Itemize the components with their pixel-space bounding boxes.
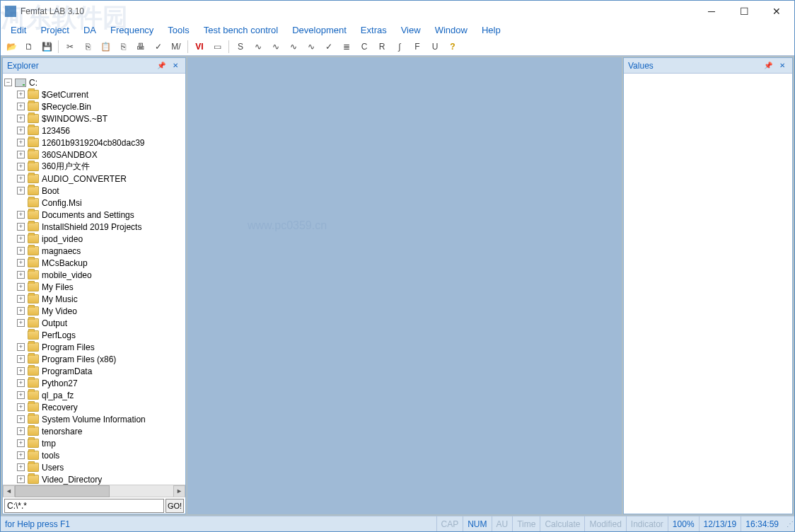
go-button[interactable]: GO! (166, 499, 184, 513)
tree-item[interactable]: +ipod_video (4, 233, 184, 245)
resize-grip-icon[interactable]: ⋰ (783, 519, 794, 529)
grid-icon[interactable]: ≣ (339, 39, 354, 54)
expand-icon[interactable]: + (17, 103, 25, 110)
expand-icon[interactable]: + (17, 91, 25, 98)
menu-extras[interactable]: Extras (354, 23, 394, 37)
expand-icon[interactable]: + (17, 151, 25, 158)
help-icon[interactable]: ? (445, 39, 460, 54)
tree-item[interactable]: +$WINDOWS.~BT (4, 112, 184, 125)
expand-icon[interactable]: + (17, 307, 25, 315)
expand-icon[interactable]: + (17, 259, 25, 267)
expand-icon[interactable]: + (17, 379, 25, 387)
tree-item[interactable]: +Users (4, 461, 184, 473)
print-icon[interactable]: 🖶 (133, 39, 149, 54)
tree-item[interactable]: +magnaecs (4, 245, 184, 257)
tree-item[interactable]: +Program Files (4, 341, 184, 353)
tree-root[interactable]: − C: (4, 76, 184, 88)
expand-icon[interactable]: + (17, 427, 25, 435)
tree-item[interactable]: +Python27 (4, 377, 184, 389)
panel-close-icon[interactable]: ✕ (170, 60, 181, 71)
collapse-icon[interactable]: − (4, 79, 12, 86)
marker-icon[interactable]: M/ (168, 39, 184, 54)
tree-item[interactable]: +Output (4, 317, 184, 329)
pin-icon[interactable]: 📌 (156, 60, 167, 71)
checkmark-icon[interactable]: ✓ (321, 39, 337, 54)
expand-icon[interactable]: + (17, 367, 25, 375)
expand-icon[interactable]: + (17, 451, 25, 459)
tree-item[interactable]: +MCsBackup (4, 257, 184, 269)
tree-item[interactable]: +ProgramData (4, 365, 184, 377)
scroll-track[interactable] (15, 485, 173, 497)
expand-icon[interactable]: + (17, 127, 25, 134)
cut-icon[interactable]: ✂ (62, 39, 78, 54)
f-button[interactable]: F (410, 39, 425, 54)
check-icon[interactable]: ✓ (151, 39, 166, 54)
save-icon[interactable]: 💾 (39, 39, 54, 54)
tree-item[interactable]: +InstallShield 2019 Projects (4, 221, 184, 233)
expand-icon[interactable]: + (17, 295, 25, 303)
scroll-thumb[interactable] (15, 485, 110, 497)
close-button[interactable]: ✕ (760, 1, 793, 22)
expand-icon[interactable]: + (17, 283, 25, 291)
explorer-tree[interactable]: − C: +$GetCurrent+$Recycle.Bin+$WINDOWS.… (3, 74, 185, 485)
tree-item[interactable]: +tools (4, 449, 184, 461)
tree-item[interactable]: +mobile_video (4, 269, 184, 281)
scroll-left-icon[interactable]: ◄ (3, 485, 15, 497)
tree-item[interactable]: +My Music (4, 293, 184, 305)
wave3-icon[interactable]: ∿ (286, 39, 301, 54)
menu-frequency[interactable]: Frequency (103, 23, 161, 37)
c-button[interactable]: C (356, 39, 372, 54)
wave2-icon[interactable]: ∿ (268, 39, 284, 54)
r-button[interactable]: R (374, 39, 390, 54)
tree-item[interactable]: +Boot (4, 185, 184, 197)
expand-icon[interactable]: + (17, 115, 25, 122)
expand-icon[interactable]: + (17, 355, 25, 363)
wave1-icon[interactable]: ∿ (250, 39, 266, 54)
wave4-icon[interactable]: ∿ (303, 39, 319, 54)
tree-item[interactable]: +ql_pa_fz (4, 389, 184, 401)
tree-item[interactable]: +123456 (4, 125, 184, 137)
expand-icon[interactable]: + (17, 163, 25, 170)
expand-icon[interactable]: + (17, 211, 25, 219)
expand-icon[interactable]: + (17, 187, 25, 195)
menu-window[interactable]: Window (428, 23, 475, 37)
menu-development[interactable]: Development (285, 23, 354, 37)
tree-item[interactable]: +360用户文件 (4, 161, 184, 173)
panel-close-icon[interactable]: ✕ (777, 60, 788, 71)
window-icon[interactable]: ▭ (209, 39, 225, 54)
vi-button[interactable]: VI (192, 39, 207, 54)
tree-item[interactable]: +Video_Directory (4, 473, 184, 485)
tree-item[interactable]: +$Recycle.Bin (4, 100, 184, 112)
copy2-icon[interactable]: ⎘ (115, 39, 131, 54)
tree-item[interactable]: +System Volume Information (4, 413, 184, 425)
copy-icon[interactable]: ⎘ (80, 39, 95, 54)
tree-item[interactable]: +My Video (4, 305, 184, 317)
tree-item[interactable]: +Program Files (x86) (4, 353, 184, 365)
menu-edit[interactable]: Edit (4, 23, 33, 37)
pin-icon[interactable]: 📌 (762, 60, 774, 71)
tree-item[interactable]: Config.Msi (4, 197, 184, 209)
expand-icon[interactable]: + (17, 391, 25, 399)
expand-icon[interactable]: + (17, 139, 25, 146)
menu-test-bench-control[interactable]: Test bench control (197, 23, 286, 37)
explorer-hscroll[interactable]: ◄ ► (3, 485, 185, 497)
expand-icon[interactable]: + (17, 247, 25, 255)
paste-icon[interactable]: 📋 (98, 39, 113, 54)
u-button[interactable]: U (427, 39, 443, 54)
expand-icon[interactable]: + (17, 175, 25, 183)
menu-help[interactable]: Help (475, 23, 508, 37)
tree-item[interactable]: +$GetCurrent (4, 88, 184, 100)
menu-project[interactable]: Project (33, 23, 76, 37)
expand-icon[interactable]: + (17, 475, 25, 483)
expand-icon[interactable]: + (17, 223, 25, 231)
menu-da[interactable]: DA (76, 23, 103, 37)
expand-icon[interactable]: + (17, 463, 25, 471)
tree-item[interactable]: +Recovery (4, 401, 184, 413)
expand-icon[interactable]: + (17, 439, 25, 447)
menu-tools[interactable]: Tools (161, 23, 196, 37)
expand-icon[interactable]: + (17, 271, 25, 279)
expand-icon[interactable]: + (17, 319, 25, 327)
tree-item[interactable]: +tmp (4, 437, 184, 449)
maximize-button[interactable]: ☐ (728, 1, 760, 22)
open-icon[interactable]: 📂 (4, 39, 19, 54)
